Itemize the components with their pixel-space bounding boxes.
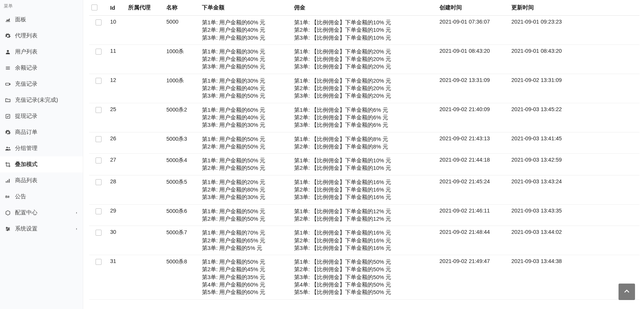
cell-created: 2021-09-02 21:40:09 (437, 103, 509, 132)
order-line: 第1单: 用户金额的20% 元 (202, 178, 290, 186)
row-checkbox[interactable] (96, 208, 102, 214)
cell-updated: 2021-09-03 13:45:22 (509, 103, 640, 132)
row-checkbox[interactable] (96, 107, 102, 113)
cell-created: 2021-09-01 07:36:07 (437, 16, 509, 45)
table-row: 295000杀6第1单: 用户金额的50% 元第2单: 用户金额的50% 元第1… (89, 204, 640, 226)
sidebar-item-label: 系统设置 (15, 225, 75, 232)
folder-icon (4, 97, 11, 104)
cell-updated: 2021-09-03 13:42:59 (509, 154, 640, 175)
row-checkbox[interactable] (96, 230, 102, 236)
cell-name: 1000杀 (164, 45, 200, 74)
sidebar-item-label: 叠加模式 (15, 161, 78, 168)
cell-name: 5000 (164, 16, 200, 45)
cell-commission: 第1单: 【比例佣金】下单金额的6% 元第2单: 【比例佣金】下单金额的6% 元… (292, 103, 437, 132)
main-content: Id 所属代理 名称 下单金额 佣金 创建时间 更新时间 105000第1单: … (83, 0, 644, 309)
row-checkbox[interactable] (96, 179, 102, 185)
commission-line: 第2单: 【比例佣金】下单金额的10% 元 (294, 164, 435, 172)
sidebar-item-announce[interactable]: Bē公告 (0, 189, 83, 205)
cell-created: 2021-09-02 13:31:09 (437, 74, 509, 103)
commission-line: 第1单: 【比例佣金】下单金额的20% 元 (294, 48, 435, 55)
commission-line: 第3单: 【比例佣金】下单金额的6% 元 (294, 121, 435, 129)
data-table: Id 所属代理 名称 下单金额 佣金 创建时间 更新时间 105000第1单: … (89, 0, 640, 300)
table-row: 305000杀7第1单: 用户金额的70% 元第2单: 用户金额的65% 元第3… (89, 226, 640, 255)
cell-name: 5000杀2 (164, 103, 200, 132)
cell-order-amount: 第1单: 用户金额的20% 元第2单: 用户金额的80% 元第3单: 用户金额的… (200, 175, 292, 204)
header-checkbox-cell (89, 0, 108, 16)
cell-agent (126, 226, 164, 255)
cell-name: 5000杀4 (164, 154, 200, 175)
commission-line: 第1单: 【比例佣金】下单金额的12% 元 (294, 208, 435, 215)
sidebar-item-users[interactable]: 用户列表 (0, 44, 83, 60)
commission-line: 第2单: 【比例佣金】下单金额的12% 元 (294, 215, 435, 223)
cell-commission: 第1单: 【比例佣金】下单金额的10% 元第2单: 【比例佣金】下单金额的10%… (292, 154, 437, 175)
sidebar-item-agents[interactable]: 代理列表 (0, 28, 83, 44)
cell-created: 2021-09-02 21:48:44 (437, 226, 509, 255)
commission-line: 第1单: 【比例佣金】下单金额的10% 元 (294, 157, 435, 164)
svg-rect-5 (10, 83, 10, 85)
order-line: 第1单: 用户金额的60% 元 (202, 106, 290, 114)
order-line: 第3单: 用户金额的5% 元 (202, 244, 290, 252)
table-row: 255000杀2第1单: 用户金额的60% 元第2单: 用户金额的40% 元第3… (89, 103, 640, 132)
cell-updated: 2021-09-02 13:31:09 (509, 74, 640, 103)
sidebar-item-config[interactable]: 配置中心 (0, 205, 83, 221)
row-checkbox[interactable] (96, 259, 102, 265)
table-row: 111000杀第1单: 用户金额的30% 元第2单: 用户金额的40% 元第3单… (89, 45, 640, 74)
sidebar-item-withdraw[interactable]: 提现记录 (0, 108, 83, 124)
sidebar-item-panel[interactable]: 面板 (0, 12, 83, 28)
commission-line: 第2单: 【比例佣金】下单金额的8% 元 (294, 143, 435, 150)
cell-commission: 第1单: 【比例佣金】下单金额的16% 元第2单: 【比例佣金】下单金额的16%… (292, 175, 437, 204)
cell-id: 12 (108, 74, 126, 103)
sidebar-item-balance[interactable]: 余额记录 (0, 60, 83, 76)
cell-id: 25 (108, 103, 126, 132)
sidebar-item-label: 商品列表 (15, 177, 78, 184)
chevron-up-icon (623, 288, 631, 296)
table-row: 275000杀4第1单: 用户金额的50% 元第2单: 用户金额的50% 元第1… (89, 154, 640, 175)
row-checkbox[interactable] (96, 19, 102, 25)
sidebar-item-system[interactable]: 系统设置 (0, 221, 83, 237)
order-line: 第2单: 用户金额的50% 元 (202, 215, 290, 223)
scroll-top-button[interactable] (619, 284, 635, 300)
cell-agent (126, 132, 164, 154)
cell-updated: 2021-09-03 13:43:24 (509, 175, 640, 204)
commission-line: 第2单: 【比例佣金】下单金额的16% 元 (294, 186, 435, 193)
order-line: 第2单: 用户金额的40% 元 (202, 114, 290, 121)
row-checkbox[interactable] (96, 136, 102, 142)
sidebar-item-recharge-pending[interactable]: 充值记录(未完成) (0, 92, 83, 108)
sidebar-item-label: 余额记录 (15, 64, 78, 71)
sidebar-item-products[interactable]: 商品列表 (0, 172, 83, 189)
row-checkbox[interactable] (96, 49, 102, 55)
cell-agent (126, 255, 164, 299)
cell-commission: 第1单: 【比例佣金】下单金额的50% 元第2单: 【比例佣金】下单金额的50%… (292, 255, 437, 299)
crop-icon (4, 161, 11, 168)
commission-line: 第3单: 【比例佣金】下单金额的20% 元 (294, 63, 435, 70)
cell-order-amount: 第1单: 用户金额的30% 元第2单: 用户金额的40% 元第3单: 用户金额的… (200, 45, 292, 74)
sidebar-item-recharge[interactable]: 充值记录 (0, 76, 83, 92)
commission-line: 第1单: 【比例佣金】下单金额的50% 元 (294, 258, 435, 266)
sidebar-title: 菜单 (0, 1, 83, 12)
row-checkbox[interactable] (96, 157, 102, 163)
cell-order-amount: 第1单: 用户金额的70% 元第2单: 用户金额的65% 元第3单: 用户金额的… (200, 226, 292, 255)
commission-line: 第4单: 【比例佣金】下单金额的50% 元 (294, 281, 435, 288)
cell-id: 11 (108, 45, 126, 74)
cell-order-amount: 第1单: 用户金额的30% 元第2单: 用户金额的40% 元第3单: 用户金额的… (200, 74, 292, 103)
commission-line: 第2单: 【比例佣金】下单金额的20% 元 (294, 85, 435, 92)
select-all-checkbox[interactable] (91, 4, 97, 10)
row-checkbox-cell (89, 74, 108, 103)
row-checkbox-cell (89, 16, 108, 45)
commission-line: 第3单: 【比例佣金】下单金额的16% 元 (294, 193, 435, 201)
svg-rect-11 (9, 179, 10, 183)
svg-point-0 (7, 50, 9, 52)
row-checkbox[interactable] (96, 78, 102, 84)
svg-rect-9 (6, 181, 7, 183)
row-checkbox-cell (89, 175, 108, 204)
cell-name: 5000杀5 (164, 175, 200, 204)
row-checkbox-cell (89, 255, 108, 299)
cell-agent (126, 103, 164, 132)
cell-commission: 第1单: 【比例佣金】下单金额的20% 元第2单: 【比例佣金】下单金额的20%… (292, 74, 437, 103)
row-checkbox-cell (89, 132, 108, 154)
sidebar-item-label: 用户列表 (15, 48, 78, 55)
sidebar-item-groups[interactable]: 分组管理 (0, 140, 83, 156)
sidebar-item-orders[interactable]: 商品订单 (0, 124, 83, 140)
order-line: 第1单: 用户金额的50% 元 (202, 135, 290, 143)
sidebar-item-overlay[interactable]: 叠加模式 (0, 156, 83, 172)
